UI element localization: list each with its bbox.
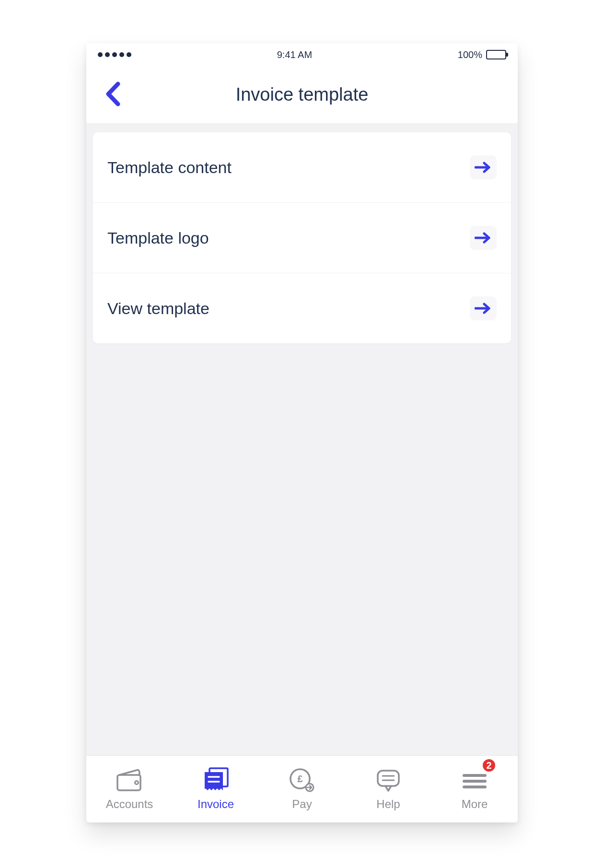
tab-label: Invoice [197, 798, 234, 811]
svg-point-4 [135, 781, 139, 784]
status-battery: 100% [458, 49, 506, 60]
status-time: 9:41 AM [277, 49, 312, 60]
more-icon [462, 768, 487, 793]
settings-card: Template content Template logo [93, 132, 511, 343]
nav-header: Invoice template [86, 66, 518, 124]
invoice-icon [202, 768, 230, 793]
row-label: View template [107, 299, 209, 318]
tab-bar: Accounts Invoice £ [86, 755, 518, 822]
tab-help[interactable]: Help [345, 756, 431, 822]
tab-label: More [462, 798, 488, 811]
battery-percent: 100% [458, 49, 482, 60]
tab-pay[interactable]: £ Pay [259, 756, 345, 822]
row-template-logo[interactable]: Template logo [93, 202, 511, 273]
battery-icon [486, 50, 506, 59]
row-label: Template logo [107, 229, 209, 247]
help-icon [375, 768, 402, 793]
tab-accounts[interactable]: Accounts [86, 756, 173, 822]
wallet-icon [116, 768, 143, 793]
arrow-right-icon [470, 155, 497, 179]
status-bar: 9:41 AM 100% [86, 43, 518, 66]
pay-icon: £ [289, 768, 315, 793]
notification-badge: 2 [481, 758, 497, 773]
tab-invoice[interactable]: Invoice [173, 756, 259, 822]
tab-more[interactable]: 2 More [431, 756, 518, 822]
arrow-right-icon [470, 226, 497, 250]
content-area: Template content Template logo [86, 124, 518, 755]
tab-label: Accounts [106, 798, 153, 811]
arrow-right-icon [470, 296, 497, 320]
signal-dots-icon [98, 52, 131, 57]
svg-text:£: £ [297, 774, 302, 784]
tab-label: Pay [292, 798, 312, 811]
row-template-content[interactable]: Template content [93, 132, 511, 202]
device-frame: 9:41 AM 100% Invoice template Template c… [86, 43, 518, 822]
row-label: Template content [107, 158, 232, 177]
page-title: Invoice template [86, 84, 518, 105]
tab-label: Help [376, 798, 400, 811]
row-view-template[interactable]: View template [93, 273, 511, 343]
back-button[interactable] [105, 81, 121, 109]
chevron-left-icon [105, 81, 121, 107]
svg-rect-12 [378, 771, 399, 786]
svg-rect-3 [117, 775, 140, 790]
